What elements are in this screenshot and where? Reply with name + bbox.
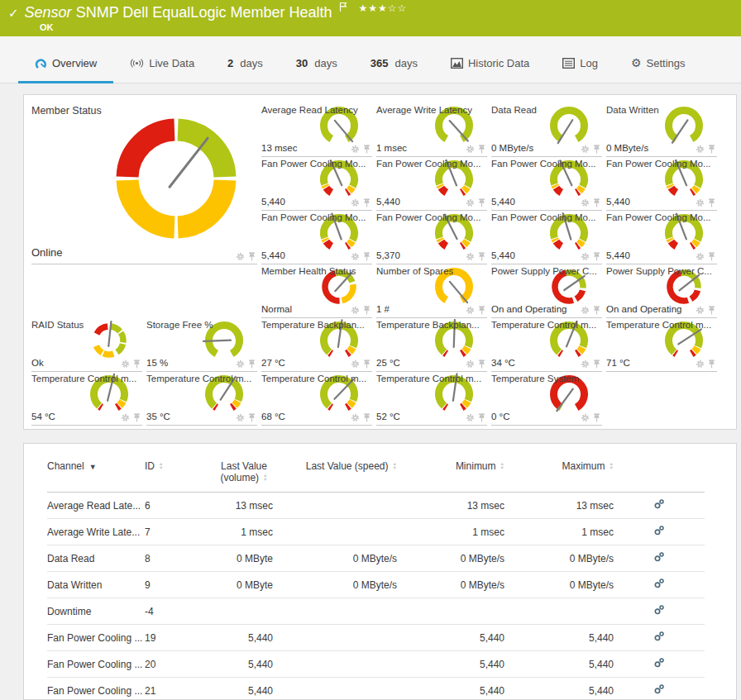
gauge-settings-gear-icon[interactable]	[581, 413, 590, 422]
gauge-settings-gear-icon[interactable]	[581, 306, 590, 315]
gauge-cell-temperature-control-m[interactable]: Temperature Control m...34 °C	[491, 318, 602, 372]
channel-name-cell[interactable]: Fan Power Cooling ...	[47, 651, 145, 678]
column-header-last-value-speed[interactable]: Last Value (speed)▲▼	[273, 459, 397, 493]
gauge-pin-icon[interactable]	[248, 413, 256, 422]
gauge-pin-icon[interactable]	[593, 360, 600, 369]
gauge-cell-member-health-status[interactable]: Member Health StatusNormal	[261, 264, 372, 318]
gauge-settings-gear-icon[interactable]	[121, 360, 130, 369]
channel-settings-icon[interactable]	[653, 551, 665, 563]
tab-settings[interactable]: ⚙ Settings	[614, 56, 702, 83]
gauge-settings-gear-icon[interactable]	[581, 198, 590, 207]
channel-settings-icon[interactable]	[653, 498, 665, 510]
gauge-settings-gear-icon[interactable]	[236, 252, 245, 261]
channel-name-cell[interactable]: Average Write Late...	[47, 519, 145, 545]
gauge-settings-gear-icon[interactable]	[351, 145, 360, 154]
gauge-pin-icon[interactable]	[248, 252, 256, 261]
gauge-settings-gear-icon[interactable]	[581, 360, 590, 369]
gauge-cell-temperature-system[interactable]: Temperature System0 °C	[491, 372, 602, 426]
channel-name-cell[interactable]: Average Read Late...	[47, 493, 145, 519]
gauge-pin-icon[interactable]	[593, 145, 600, 154]
gauge-settings-gear-icon[interactable]	[696, 252, 705, 261]
gauge-pin-icon[interactable]	[478, 145, 485, 154]
gauge-cell-data-read[interactable]: Data Read0 MByte/s	[491, 103, 602, 157]
gauge-cell-member-status[interactable]: Member StatusOnline	[31, 103, 257, 264]
gauge-settings-gear-icon[interactable]	[696, 198, 705, 207]
gauge-settings-gear-icon[interactable]	[351, 306, 360, 315]
gauge-pin-icon[interactable]	[708, 252, 715, 261]
channel-settings-icon[interactable]	[653, 578, 665, 589]
gauge-cell-power-supply-power-c[interactable]: Power Supply Power C...On and Operating	[491, 264, 602, 318]
gauge-settings-gear-icon[interactable]	[696, 360, 705, 369]
column-header-last-value-volume[interactable]: Last Value (volume)▲▼	[215, 459, 273, 493]
gauge-settings-gear-icon[interactable]	[466, 145, 475, 154]
gauge-settings-gear-icon[interactable]	[466, 413, 475, 422]
gauge-cell-fan-power-cooling-mo[interactable]: Fan Power Cooling Mo...5,440	[491, 157, 602, 211]
gauge-settings-gear-icon[interactable]	[581, 145, 590, 154]
gauge-pin-icon[interactable]	[708, 306, 715, 315]
gauge-pin-icon[interactable]	[363, 198, 370, 207]
gauge-pin-icon[interactable]	[363, 145, 370, 154]
gauge-pin-icon[interactable]	[363, 413, 370, 422]
gauge-pin-icon[interactable]	[478, 413, 485, 422]
gauge-settings-gear-icon[interactable]	[121, 413, 130, 422]
gauge-cell-temperature-control-m[interactable]: Temperature Control m...54 °C	[31, 372, 142, 426]
gauge-settings-gear-icon[interactable]	[466, 198, 475, 207]
gauge-cell-number-of-spares[interactable]: Number of Spares1 #	[376, 264, 487, 318]
flag-icon[interactable]	[339, 0, 347, 17]
gauge-cell-temperature-control-m[interactable]: Temperature Control m...35 °C	[146, 372, 257, 426]
tab-overview[interactable]: Overview	[18, 57, 113, 83]
gauge-settings-gear-icon[interactable]	[351, 413, 360, 422]
gauge-cell-data-written[interactable]: Data Written0 MByte/s	[606, 103, 717, 157]
gauge-pin-icon[interactable]	[708, 360, 715, 369]
gauge-pin-icon[interactable]	[593, 413, 600, 422]
channel-settings-icon[interactable]	[653, 657, 665, 669]
gauge-cell-temperature-control-m[interactable]: Temperature Control m...52 °C	[376, 372, 487, 426]
tab-historic-data[interactable]: Historic Data	[434, 57, 546, 83]
gauge-cell-fan-power-cooling-mo[interactable]: Fan Power Cooling Mo...5,440	[606, 211, 717, 264]
channel-settings-icon[interactable]	[653, 604, 665, 616]
gauge-pin-icon[interactable]	[593, 306, 600, 315]
gauge-pin-icon[interactable]	[133, 413, 141, 422]
gauge-settings-gear-icon[interactable]	[351, 360, 360, 369]
column-header-channel[interactable]: Channel▼	[47, 459, 145, 493]
gauge-cell-storage-free[interactable]: Storage Free %15 %	[146, 318, 257, 372]
gauge-cell-fan-power-cooling-mo[interactable]: Fan Power Cooling Mo...5,370	[376, 211, 487, 264]
gauge-settings-gear-icon[interactable]	[351, 252, 360, 261]
gauge-pin-icon[interactable]	[478, 360, 485, 369]
channel-settings-icon[interactable]	[653, 631, 665, 642]
gauge-settings-gear-icon[interactable]	[696, 145, 705, 154]
tab-30-days[interactable]: 30 days	[280, 57, 354, 83]
gauge-cell-temperature-control-m[interactable]: Temperature Control m...71 °C	[606, 318, 717, 372]
column-header-minimum[interactable]: Minimum▲▼	[397, 459, 504, 493]
gauge-cell-power-supply-power-c[interactable]: Power Supply Power C...On and Operating	[606, 264, 717, 318]
gauge-pin-icon[interactable]	[593, 198, 600, 207]
channel-name-cell[interactable]: Fan Power Cooling ...	[47, 678, 145, 700]
gauge-pin-icon[interactable]	[133, 360, 141, 369]
gauge-cell-fan-power-cooling-mo[interactable]: Fan Power Cooling Mo...5,440	[261, 211, 372, 264]
gauge-settings-gear-icon[interactable]	[581, 252, 590, 261]
channel-name-cell[interactable]: Data Written	[47, 572, 145, 598]
gauge-settings-gear-icon[interactable]	[466, 360, 475, 369]
gauge-settings-gear-icon[interactable]	[351, 198, 360, 207]
gauge-cell-raid-status[interactable]: RAID StatusOk	[31, 318, 142, 372]
column-header-id[interactable]: ID▲▼	[145, 459, 215, 493]
gauge-pin-icon[interactable]	[478, 252, 485, 261]
gauge-settings-gear-icon[interactable]	[696, 306, 705, 315]
tab-365-days[interactable]: 365 days	[354, 57, 434, 83]
gauge-pin-icon[interactable]	[478, 198, 485, 207]
column-header-maximum[interactable]: Maximum▲▼	[504, 459, 614, 493]
tab-log[interactable]: Log	[546, 57, 614, 83]
gauge-pin-icon[interactable]	[363, 306, 370, 315]
gauge-settings-gear-icon[interactable]	[466, 306, 475, 315]
channel-settings-icon[interactable]	[653, 525, 665, 536]
gauge-cell-fan-power-cooling-mo[interactable]: Fan Power Cooling Mo...5,440	[376, 157, 487, 211]
channel-name-cell[interactable]: Downtime	[47, 598, 145, 625]
channel-name-cell[interactable]: Data Read	[47, 545, 145, 572]
gauge-cell-fan-power-cooling-mo[interactable]: Fan Power Cooling Mo...5,440	[606, 157, 717, 211]
gauge-settings-gear-icon[interactable]	[236, 360, 245, 369]
gauge-pin-icon[interactable]	[363, 360, 370, 369]
gauge-cell-fan-power-cooling-mo[interactable]: Fan Power Cooling Mo...5,440	[261, 157, 372, 211]
gauge-settings-gear-icon[interactable]	[466, 252, 475, 261]
gauge-cell-temperature-backplan[interactable]: Temperature Backplan...27 °C	[261, 318, 372, 372]
gauge-pin-icon[interactable]	[478, 306, 485, 315]
